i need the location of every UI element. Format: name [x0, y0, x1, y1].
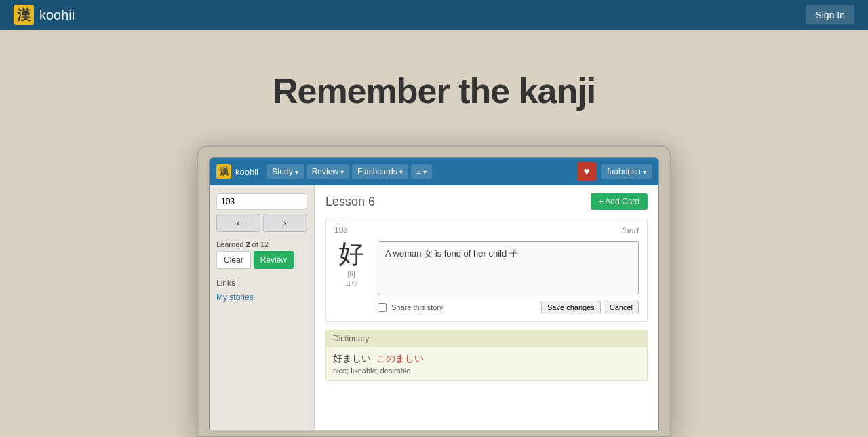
flashcards-chevron-icon: ▾ [399, 168, 403, 176]
story-box: A woman 女 is fond of her child 子 [378, 241, 639, 295]
lesson-input[interactable] [216, 193, 307, 210]
hero-title: Remember the kanji [0, 71, 868, 111]
card-header: 103 fond [334, 225, 639, 235]
hero-section: Remember the kanji [0, 30, 868, 138]
sidebar-actions: Clear Review [216, 251, 307, 269]
lesson-title: Lesson 6 [326, 195, 375, 209]
dictionary-header: Dictionary [326, 330, 647, 347]
dict-entry-1-def: nice; likeable; desirable [333, 366, 640, 375]
sidebar-nav-row: ‹ › [216, 214, 307, 232]
app-brand: koohii [235, 167, 258, 177]
dict-entry-1: 好ましい このましい [333, 353, 640, 365]
links-label: Links [216, 278, 307, 288]
laptop-wrapper: 漢 koohii Study ▾ Review ▾ Flashcards ▾ ≡… [0, 145, 868, 437]
laptop-screen: 漢 koohii Study ▾ Review ▾ Flashcards ▾ ≡… [209, 157, 659, 430]
card-keyword: fond [622, 225, 639, 235]
menu-button[interactable]: ≡ ▾ [411, 164, 432, 179]
cancel-button[interactable]: Cancel [604, 301, 639, 314]
clear-button[interactable]: Clear [216, 251, 251, 269]
card-number: 103 [334, 225, 348, 235]
top-nav: 漢 koohii Sign In [0, 0, 868, 30]
review-button-sidebar[interactable]: Review [254, 251, 294, 269]
kanji-card: 103 fond 好 [6] コウ [326, 218, 648, 322]
main-content: Lesson 6 + Add Card 103 fond 好 [315, 185, 658, 430]
story-actions: Share this story Save changes Cancel [378, 301, 639, 314]
sidebar: ‹ › Learned 2 of 12 Clear Review Links M… [210, 185, 315, 430]
prev-lesson-button[interactable]: ‹ [216, 214, 260, 232]
signin-button[interactable]: Sign In [806, 5, 854, 24]
study-chevron-icon: ▾ [295, 168, 298, 176]
story-text: A woman 女 is fond of her child 子 [385, 247, 631, 261]
next-lesson-button[interactable]: › [263, 214, 307, 232]
share-checkbox[interactable] [378, 303, 387, 312]
my-stories-link[interactable]: My stories [216, 292, 254, 302]
nav-brand: koohii [39, 7, 75, 23]
story-buttons: Save changes Cancel [541, 301, 639, 314]
dict-entry-1-kanji: 好ましい [333, 353, 371, 364]
user-chevron-icon: ▾ [643, 168, 646, 176]
flashcards-button[interactable]: Flashcards ▾ [352, 164, 408, 179]
menu-chevron-icon: ▾ [423, 168, 427, 176]
heart-button[interactable]: ♥ [577, 162, 596, 181]
laptop-frame: 漢 koohii Study ▾ Review ▾ Flashcards ▾ ≡… [197, 145, 671, 437]
dictionary-body: 好ましい このましい nice; likeable; desirable [326, 347, 647, 380]
share-label[interactable]: Share this story [378, 303, 443, 312]
card-body: 好 [6] コウ A woman 女 is fond of her child … [334, 241, 639, 314]
app-nav: 漢 koohii Study ▾ Review ▾ Flashcards ▾ ≡… [210, 158, 658, 185]
save-changes-button[interactable]: Save changes [541, 301, 601, 314]
study-button[interactable]: Study ▾ [267, 164, 304, 179]
logo-area: 漢 koohii [14, 5, 75, 25]
lesson-header: Lesson 6 + Add Card [326, 193, 648, 210]
review-chevron-icon: ▾ [340, 168, 344, 176]
add-card-button[interactable]: + Add Card [591, 193, 648, 210]
kanji-character: 好 [334, 241, 368, 267]
app-body: ‹ › Learned 2 of 12 Clear Review Links M… [210, 185, 658, 430]
review-button[interactable]: Review ▾ [307, 164, 349, 179]
learned-label: Learned 2 of 12 [216, 240, 307, 248]
kanji-column: 好 [6] コウ [334, 241, 368, 288]
dictionary-section: Dictionary 好ましい このましい nice; likeable; de… [326, 330, 648, 381]
dict-entry-1-reading: このましい [376, 353, 424, 364]
kanji-info: [6] コウ [334, 269, 368, 288]
nav-kanji-icon: 漢 [14, 5, 34, 25]
app-kanji-icon: 漢 [216, 164, 231, 179]
user-menu[interactable]: fuaburisu ▾ [601, 164, 652, 179]
